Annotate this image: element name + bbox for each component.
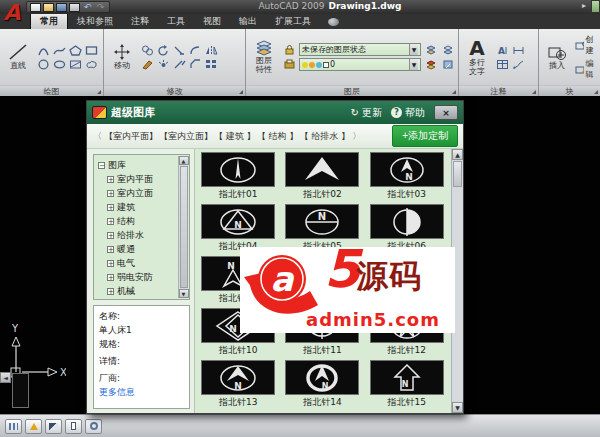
- layer-state-dropdown[interactable]: 未保存的图层状态 ▼: [299, 43, 421, 56]
- trim-tool-icon[interactable]: [172, 44, 187, 57]
- layer-match-icon[interactable]: [282, 58, 297, 71]
- scroll-down-icon[interactable]: ▼: [452, 402, 463, 413]
- copy-tool-icon[interactable]: [140, 44, 155, 57]
- multiline-text-button[interactable]: A 多行 文字: [462, 36, 492, 78]
- panel-label-annotate[interactable]: 注释: [459, 85, 538, 96]
- hatch-tool-icon[interactable]: [68, 58, 83, 71]
- update-button[interactable]: ↻ 更新: [351, 106, 382, 120]
- gallery-item[interactable]: 指北针02: [280, 151, 364, 203]
- expand-icon[interactable]: +: [107, 218, 114, 225]
- titlebar-expand-arrow[interactable]: ▸: [582, 1, 586, 10]
- ribbon-tab[interactable]: 扩展工具: [266, 13, 320, 29]
- chamfer-tool-icon[interactable]: [188, 58, 203, 71]
- tree-node[interactable]: + 弱电安防: [107, 271, 177, 284]
- north-arrow-thumbnail[interactable]: N: [370, 152, 444, 187]
- gallery-item[interactable]: N 指北针03: [365, 151, 449, 203]
- circle-tool-icon[interactable]: [36, 58, 51, 71]
- mirror-tool-icon[interactable]: [204, 44, 219, 57]
- open-file-icon[interactable]: [43, 3, 54, 12]
- layer-walk-icon[interactable]: [440, 58, 455, 71]
- ribbon-extra-icon[interactable]: [328, 18, 339, 26]
- expand-icon[interactable]: +: [107, 246, 114, 253]
- single-text-icon[interactable]: A: [495, 44, 510, 57]
- tree-node[interactable]: + 室内立面: [107, 187, 177, 200]
- layer-properties-button[interactable]: 图层 特性: [249, 38, 279, 76]
- gallery-item[interactable]: N 指北针14: [280, 359, 364, 411]
- ellipse-tool-icon[interactable]: [52, 58, 67, 71]
- add-custom-button[interactable]: +添加定制: [392, 125, 458, 147]
- layer-previous-icon[interactable]: [423, 58, 438, 71]
- ribbon-tab[interactable]: 块和参照: [68, 13, 122, 29]
- collapse-icon[interactable]: −: [98, 162, 105, 169]
- ribbon-tab[interactable]: 输出: [230, 13, 266, 29]
- polar-toggle-icon[interactable]: [65, 419, 82, 434]
- array-tool-icon[interactable]: [204, 58, 219, 71]
- expand-icon[interactable]: +: [107, 232, 114, 239]
- layer-unisolate-icon[interactable]: [440, 43, 455, 56]
- rectangle-tool-icon[interactable]: [84, 44, 99, 57]
- insert-block-button[interactable]: 插入: [542, 42, 572, 72]
- gallery-item[interactable]: N 指北针15: [365, 359, 449, 411]
- breadcrumb-prev-arrow[interactable]: 〈: [93, 130, 102, 143]
- tree-scrollbar[interactable]: ▲ ▼: [178, 156, 188, 298]
- help-button[interactable]: ? 帮助: [391, 106, 425, 120]
- current-layer-dropdown[interactable]: 0 ▼: [299, 58, 421, 71]
- panel-dialog-launcher-icon[interactable]: [594, 90, 598, 94]
- create-block-button[interactable]: 创建: [575, 34, 597, 56]
- spline-tool-icon[interactable]: [52, 44, 67, 57]
- ribbon-tab[interactable]: 工具: [158, 13, 194, 29]
- edit-block-button[interactable]: 编辑: [575, 58, 597, 80]
- expand-icon[interactable]: +: [107, 288, 114, 295]
- north-arrow-thumbnail[interactable]: N: [370, 360, 444, 395]
- tree-node[interactable]: + 暖通: [107, 243, 177, 256]
- scroll-up-icon[interactable]: ▲: [179, 156, 189, 165]
- osnap-toggle-icon[interactable]: [85, 419, 102, 434]
- dialog-title-bar[interactable]: 超级图库 ↻ 更新 ? 帮助 ×: [87, 101, 463, 124]
- panel-label-layers[interactable]: 图层: [246, 85, 458, 96]
- breadcrumb-category[interactable]: 【室内平面】: [104, 130, 158, 143]
- scroll-up-icon[interactable]: ▲: [452, 149, 463, 160]
- breadcrumb-category[interactable]: 【 结构 】: [257, 130, 299, 143]
- explode-tool-icon[interactable]: [156, 58, 171, 71]
- panel-dialog-launcher-icon[interactable]: [239, 90, 243, 94]
- expand-icon[interactable]: +: [107, 260, 114, 267]
- breadcrumb-category[interactable]: 【室内立面】: [159, 130, 213, 143]
- expand-icon[interactable]: +: [107, 190, 114, 197]
- breadcrumb-category[interactable]: 【 给排水 】: [299, 130, 350, 143]
- ribbon-tab[interactable]: 视图: [194, 13, 230, 29]
- north-arrow-thumbnail[interactable]: [285, 152, 359, 187]
- panel-label-block[interactable]: 块: [539, 85, 600, 96]
- move-tool-button[interactable]: 移动: [107, 41, 137, 72]
- table-icon[interactable]: [495, 58, 510, 71]
- scroll-thumb[interactable]: [453, 161, 462, 187]
- scroll-down-icon[interactable]: ▼: [179, 289, 189, 298]
- north-arrow-thumbnail[interactable]: N: [201, 204, 275, 239]
- tree-node[interactable]: + 机械: [107, 285, 177, 298]
- layer-thaw-sun-icon[interactable]: [309, 62, 315, 68]
- scroll-thumb[interactable]: [12, 373, 29, 408]
- model-space-toggle-icon[interactable]: [5, 419, 22, 434]
- north-arrow-thumbnail[interactable]: [201, 152, 275, 187]
- tree-node[interactable]: − 常用: [107, 299, 177, 300]
- new-file-icon[interactable]: [30, 3, 41, 12]
- ortho-toggle-icon[interactable]: [45, 419, 62, 434]
- scroll-left-icon[interactable]: ◄: [0, 372, 11, 383]
- polygon-tool-icon[interactable]: [68, 44, 83, 57]
- rotate-tool-icon[interactable]: [156, 44, 171, 57]
- breadcrumb-category[interactable]: 【 建筑 】: [214, 130, 256, 143]
- more-info-link[interactable]: 更多信息: [99, 386, 184, 400]
- leader-icon[interactable]: [511, 58, 526, 71]
- scroll-thumb[interactable]: [180, 166, 188, 288]
- gallery-item[interactable]: N 指北针13: [196, 359, 280, 411]
- panel-dialog-launcher-icon[interactable]: [532, 90, 536, 94]
- print-icon[interactable]: [69, 3, 80, 12]
- north-arrow-thumbnail[interactable]: [370, 204, 444, 239]
- tree-root-node[interactable]: − 图库: [98, 159, 177, 172]
- extend-tool-icon[interactable]: [172, 58, 187, 71]
- panel-dialog-launcher-icon[interactable]: [452, 90, 456, 94]
- autocad-menu-browser-icon[interactable]: A: [1, 0, 23, 27]
- panel-dialog-launcher-icon[interactable]: [97, 90, 101, 94]
- tree-node[interactable]: + 给排水: [107, 229, 177, 242]
- north-arrow-thumbnail[interactable]: N: [285, 204, 359, 239]
- panel-label-draw[interactable]: 绘图: [0, 85, 103, 96]
